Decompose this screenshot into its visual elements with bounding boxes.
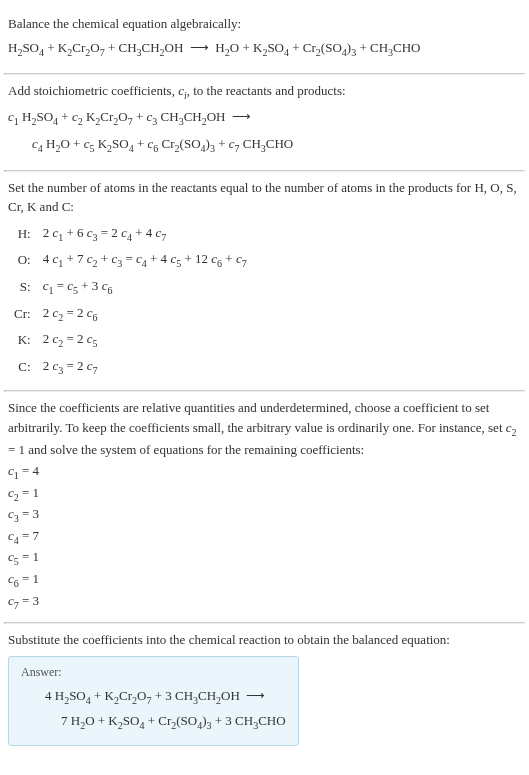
- table-row: S:c1 = c5 + 3 c6: [8, 274, 253, 301]
- coef-equation-line1: c1 H2SO4 + c2 K2Cr2O7 + c3 CH3CH2OH ⟶: [8, 105, 521, 131]
- balanced-equation-line1: 4 H2SO4 + K2Cr2O7 + 3 CH3CH2OH ⟶: [21, 684, 286, 710]
- coef-equation-line2: c4 H2O + c5 K2SO4 + c6 Cr2(SO4)3 + c7 CH…: [8, 132, 521, 158]
- unbalanced-equation: H2SO4 + K2Cr2O7 + CH3CH2OH ⟶ H2O + K2SO4…: [8, 36, 521, 62]
- element-equation: c1 = c5 + 3 c6: [37, 274, 253, 301]
- element-equation: 2 c1 + 6 c3 = 2 c4 + 4 c7: [37, 221, 253, 248]
- section-answer: Substitute the coefficients into the che…: [4, 624, 525, 756]
- intro-text: Substitute the coefficients into the che…: [8, 630, 521, 650]
- intro-text: Add stoichiometric coefficients, ci, to …: [8, 81, 521, 103]
- section-atom-equations: Set the number of atoms in the reactants…: [4, 172, 525, 391]
- table-row: Cr:2 c2 = 2 c6: [8, 301, 253, 328]
- intro-text: Balance the chemical equation algebraica…: [8, 14, 521, 34]
- element-label: S:: [8, 274, 37, 301]
- element-label: C:: [8, 354, 37, 381]
- element-equation: 2 c2 = 2 c5: [37, 327, 253, 354]
- intro-text: Set the number of atoms in the reactants…: [8, 178, 521, 217]
- element-label: H:: [8, 221, 37, 248]
- element-equation: 4 c1 + 7 c2 + c3 = c4 + 4 c5 + 12 c6 + c…: [37, 247, 253, 274]
- coefficient-value: c5 = 1: [8, 547, 521, 569]
- element-equation: 2 c2 = 2 c6: [37, 301, 253, 328]
- balanced-equation-line2: 7 H2O + K2SO4 + Cr2(SO4)3 + 3 CH3CHO: [21, 709, 286, 735]
- coefficient-value: c7 = 3: [8, 591, 521, 613]
- coefficient-value: c6 = 1: [8, 569, 521, 591]
- table-row: H:2 c1 + 6 c3 = 2 c4 + 4 c7: [8, 221, 253, 248]
- coefficient-value: c4 = 7: [8, 526, 521, 548]
- table-row: O:4 c1 + 7 c2 + c3 = c4 + 4 c5 + 12 c6 +…: [8, 247, 253, 274]
- section-balance-intro: Balance the chemical equation algebraica…: [4, 8, 525, 73]
- element-label: O:: [8, 247, 37, 274]
- answer-box: Answer: 4 H2SO4 + K2Cr2O7 + 3 CH3CH2OH ⟶…: [8, 656, 299, 746]
- coefficient-value: c3 = 3: [8, 504, 521, 526]
- intro-text: Since the coefficients are relative quan…: [8, 398, 521, 459]
- element-label: Cr:: [8, 301, 37, 328]
- element-equation: 2 c3 = 2 c7: [37, 354, 253, 381]
- coefficient-value: c1 = 4: [8, 461, 521, 483]
- section-solve-coefficients: Since the coefficients are relative quan…: [4, 392, 525, 622]
- coefficient-list: c1 = 4 c2 = 1 c3 = 3 c4 = 7 c5 = 1 c6 = …: [8, 461, 521, 612]
- section-add-coefficients: Add stoichiometric coefficients, ci, to …: [4, 75, 525, 170]
- table-row: K:2 c2 = 2 c5: [8, 327, 253, 354]
- answer-label: Answer:: [21, 665, 286, 680]
- coefficient-value: c2 = 1: [8, 483, 521, 505]
- element-label: K:: [8, 327, 37, 354]
- table-row: C:2 c3 = 2 c7: [8, 354, 253, 381]
- atom-balance-table: H:2 c1 + 6 c3 = 2 c4 + 4 c7 O:4 c1 + 7 c…: [8, 221, 253, 381]
